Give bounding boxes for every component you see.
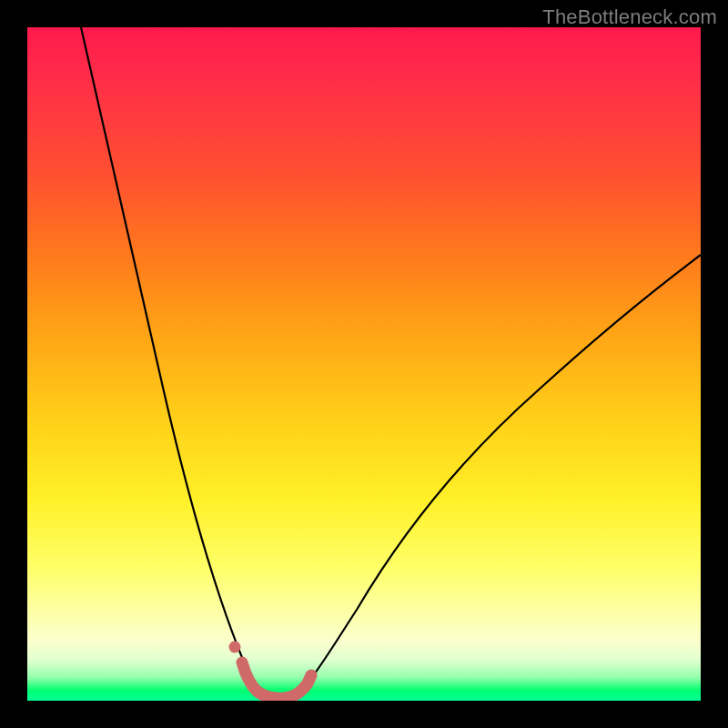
- chart-frame: TheBottleneck.com: [0, 0, 728, 728]
- highlight-floor: [242, 662, 311, 698]
- plot-area: [27, 27, 701, 701]
- curve-path: [81, 27, 701, 694]
- highlight-dot: [229, 642, 241, 653]
- bottleneck-curve: [27, 27, 701, 701]
- watermark-text: TheBottleneck.com: [542, 5, 717, 29]
